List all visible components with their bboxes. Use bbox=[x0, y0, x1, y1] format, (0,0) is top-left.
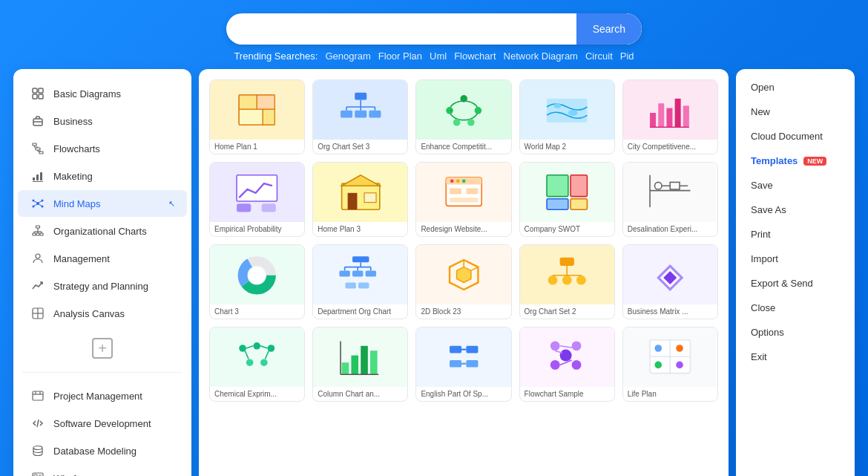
trending-circuit[interactable]: Circuit bbox=[585, 50, 613, 62]
panel-save[interactable]: Save bbox=[736, 173, 855, 198]
panel-close[interactable]: Close bbox=[736, 296, 855, 320]
sidebar-label: Analysis Canvas bbox=[53, 308, 125, 319]
svg-point-80 bbox=[453, 119, 461, 126]
template-card[interactable]: Flowchart Sample bbox=[519, 327, 615, 402]
svg-rect-106 bbox=[466, 188, 478, 194]
strategy-icon bbox=[30, 278, 46, 294]
template-label: Business Matrix ... bbox=[623, 304, 717, 319]
template-diagram bbox=[318, 89, 403, 131]
template-card[interactable]: Chart 3 bbox=[209, 244, 305, 319]
svg-marker-134 bbox=[456, 267, 470, 283]
template-card[interactable]: Column Chart an... bbox=[312, 327, 408, 402]
sidebar-item-flowcharts[interactable]: Flowcharts bbox=[18, 135, 187, 162]
panel-open[interactable]: Open bbox=[736, 75, 855, 100]
template-card[interactable]: Redesign Website... bbox=[415, 162, 511, 237]
search-input[interactable] bbox=[226, 13, 576, 45]
template-card[interactable]: Business Matrix ... bbox=[622, 244, 718, 319]
grid-icon bbox=[30, 85, 46, 102]
template-card[interactable]: Company SWOT bbox=[519, 162, 615, 237]
template-card[interactable]: Home Plan 3 bbox=[312, 162, 408, 237]
template-card[interactable]: Life Plan bbox=[622, 327, 718, 402]
sidebar-item-maketing[interactable]: Maketing bbox=[18, 163, 187, 189]
wireframe-icon bbox=[30, 470, 46, 476]
sidebar-item-database[interactable]: Database Modeling bbox=[18, 437, 187, 464]
trending-genogram[interactable]: Genogram bbox=[325, 50, 370, 62]
svg-point-182 bbox=[676, 362, 683, 369]
template-diagram bbox=[318, 172, 403, 213]
svg-rect-105 bbox=[450, 188, 461, 194]
svg-point-76 bbox=[450, 101, 478, 120]
sidebar-item-management[interactable]: Management bbox=[18, 245, 187, 272]
svg-rect-24 bbox=[36, 233, 39, 235]
sidebar-item-org-charts[interactable]: Organizational Charts bbox=[18, 218, 187, 244]
template-thumbnail bbox=[520, 327, 614, 387]
sidebar-item-mindmaps[interactable]: Mind Maps ↖ bbox=[18, 190, 187, 217]
svg-rect-99 bbox=[364, 193, 376, 203]
new-diagram-area: + bbox=[13, 330, 191, 366]
panel-new-label: New bbox=[751, 106, 770, 117]
panel-templates[interactable]: Templates NEW bbox=[736, 149, 855, 173]
template-label: Empirical Probability bbox=[210, 222, 304, 236]
panel-save-as[interactable]: Save As bbox=[736, 198, 855, 222]
template-card[interactable]: Department Org Chart bbox=[312, 244, 408, 319]
sidebar-item-analysis[interactable]: Analysis Canvas bbox=[18, 300, 187, 327]
template-card[interactable]: Org Chart Set 3 bbox=[312, 79, 408, 154]
svg-point-148 bbox=[254, 342, 261, 350]
panel-print[interactable]: Print bbox=[736, 222, 855, 247]
template-diagram bbox=[525, 89, 609, 131]
trending-flowchart[interactable]: Flowchart bbox=[454, 50, 496, 62]
template-thumbnail bbox=[623, 327, 717, 387]
template-diagram bbox=[628, 336, 712, 378]
template-label: Flowchart Sample bbox=[520, 387, 614, 401]
svg-rect-67 bbox=[355, 93, 366, 100]
trending-uml[interactable]: Uml bbox=[430, 50, 447, 62]
template-card[interactable]: Enhance Competitit... bbox=[415, 79, 511, 154]
panel-import[interactable]: Import bbox=[736, 247, 855, 271]
trending-pid[interactable]: Pid bbox=[620, 50, 634, 62]
analysis-icon bbox=[30, 305, 46, 322]
svg-rect-122 bbox=[352, 256, 369, 262]
sidebar-item-strategy[interactable]: Strategy and Planning bbox=[18, 273, 187, 299]
svg-point-16 bbox=[33, 206, 35, 208]
org-icon bbox=[30, 223, 46, 239]
svg-rect-0 bbox=[33, 88, 37, 93]
template-card[interactable]: 2D Block 23 bbox=[415, 244, 511, 319]
svg-rect-69 bbox=[355, 111, 366, 118]
template-card[interactable]: World Map 2 bbox=[519, 79, 615, 154]
svg-point-81 bbox=[467, 119, 475, 126]
sidebar-item-basic-diagrams[interactable]: Basic Diagrams bbox=[18, 80, 187, 107]
sidebar-item-software-dev[interactable]: Software Development bbox=[18, 410, 187, 437]
template-thumbnail bbox=[210, 80, 304, 140]
search-button[interactable]: Search bbox=[576, 13, 642, 45]
svg-point-102 bbox=[450, 179, 454, 183]
panel-new[interactable]: New bbox=[736, 100, 855, 124]
sidebar-item-business[interactable]: Business bbox=[18, 108, 187, 134]
trending-floorplan[interactable]: Floor Plan bbox=[378, 50, 422, 62]
panel-options[interactable]: Options bbox=[736, 320, 855, 345]
sidebar-item-project-mgmt[interactable]: Project Management bbox=[18, 382, 187, 409]
svg-rect-11 bbox=[40, 172, 42, 180]
template-card[interactable]: English Part Of Sp... bbox=[415, 327, 511, 402]
sidebar-item-wireframes[interactable]: Wireframes bbox=[18, 465, 187, 476]
template-card[interactable]: Chemical Exprim... bbox=[209, 327, 305, 402]
template-card[interactable]: City Competitivene... bbox=[622, 79, 718, 154]
template-label: Org Chart Set 2 bbox=[520, 304, 614, 319]
template-thumbnail bbox=[313, 163, 407, 222]
trending-network[interactable]: Network Diagram bbox=[504, 50, 578, 62]
template-card[interactable]: Desalination Experi... bbox=[622, 162, 718, 237]
panel-exit[interactable]: Exit bbox=[736, 345, 855, 369]
new-badge: NEW bbox=[803, 157, 826, 166]
template-label: Redesign Website... bbox=[416, 222, 510, 236]
template-thumbnail bbox=[210, 163, 304, 222]
template-card[interactable]: Org Chart Set 2 bbox=[519, 244, 615, 319]
svg-point-172 bbox=[560, 350, 572, 362]
sidebar-label: Strategy and Planning bbox=[53, 281, 148, 292]
panel-cloud[interactable]: Cloud Document bbox=[736, 124, 855, 149]
panel-export[interactable]: Export & Send bbox=[736, 271, 855, 296]
new-diagram-button[interactable]: + bbox=[92, 338, 113, 359]
template-card[interactable]: Home Plan 1 bbox=[209, 79, 305, 154]
sidebar-label: Software Development bbox=[53, 418, 151, 429]
template-card[interactable]: Empirical Probability bbox=[209, 162, 305, 237]
svg-line-136 bbox=[471, 267, 479, 271]
sidebar-bottom-section: Project Management Software Development … bbox=[13, 379, 191, 476]
